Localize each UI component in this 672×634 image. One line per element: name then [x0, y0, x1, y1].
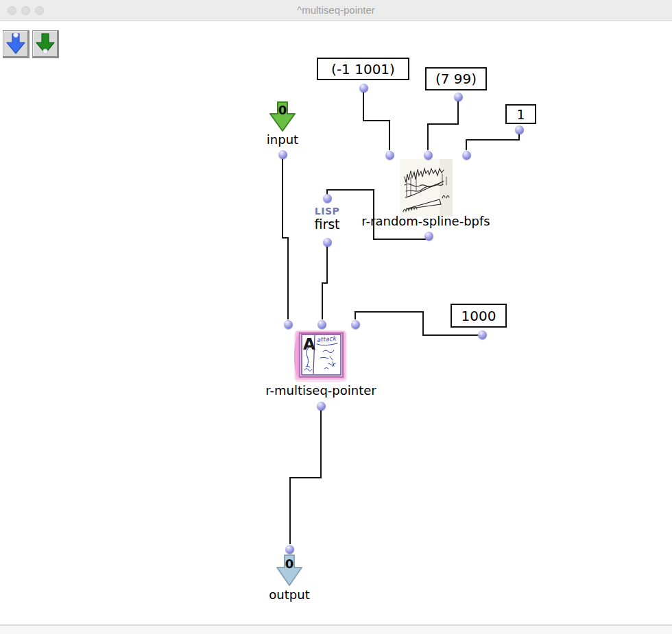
- multiseq-pointer-node-label[interactable]: r-multiseq-pointer: [252, 383, 389, 398]
- port-output-inlet[interactable]: [285, 545, 294, 554]
- random-spline-node-label[interactable]: r-random-spline-bpfs: [340, 214, 512, 228]
- random-spline-sketch-image[interactable]: [400, 159, 453, 217]
- port-spline-inlet-3[interactable]: [462, 151, 471, 160]
- port-spline-outlet[interactable]: [424, 232, 433, 241]
- port-multiseq-inlet-1[interactable]: [284, 320, 293, 329]
- input-badge: 0: [269, 103, 296, 117]
- sketch-letter-A: A: [303, 335, 315, 353]
- app-window: ^multiseq-pointer 0 input (-1 1001) (7 9…: [0, 0, 672, 634]
- patch-wires: [0, 0, 672, 634]
- input-node-label[interactable]: input: [248, 132, 317, 147]
- port-multiseq-inlet-3[interactable]: [351, 320, 360, 329]
- output-badge: 0: [276, 557, 302, 571]
- blue-down-arrow-icon: [5, 32, 26, 55]
- value-box-one[interactable]: 1: [505, 104, 536, 124]
- add-output-button[interactable]: [32, 30, 59, 58]
- port-first-outlet[interactable]: [323, 238, 332, 247]
- port-first-inlet[interactable]: [323, 194, 332, 203]
- wire-range-to-spline: [363, 92, 389, 150]
- value-box-pair[interactable]: (7 99): [425, 67, 487, 90]
- status-bar: [0, 624, 672, 634]
- port-1000-outlet[interactable]: [478, 330, 487, 339]
- port-range-outlet[interactable]: [359, 84, 368, 93]
- wire-one-to-spline: [466, 134, 519, 150]
- output-node-label[interactable]: output: [255, 587, 324, 602]
- port-input-outlet[interactable]: [278, 150, 287, 159]
- port-spline-inlet-1[interactable]: [385, 151, 394, 160]
- add-input-button[interactable]: [3, 30, 29, 58]
- wire-multiseq-to-output: [290, 410, 321, 544]
- value-box-range[interactable]: (-1 1001): [317, 58, 409, 80]
- window-title: ^multiseq-pointer: [0, 0, 672, 21]
- green-down-arrow-icon: [35, 32, 56, 55]
- wire-input-to-multiseq: [283, 158, 288, 319]
- value-box-1000[interactable]: 1000: [451, 304, 507, 328]
- wire-first-to-multiseq: [322, 246, 327, 319]
- port-spline-inlet-2[interactable]: [424, 151, 433, 160]
- port-pair-outlet[interactable]: [454, 93, 463, 101]
- wire-pair-to-spline: [428, 101, 458, 150]
- port-one-outlet[interactable]: [515, 125, 524, 134]
- port-multiseq-outlet[interactable]: [317, 402, 326, 411]
- port-multiseq-inlet-2[interactable]: [317, 320, 326, 329]
- title-bar[interactable]: ^multiseq-pointer: [0, 0, 672, 21]
- multiseq-pointer-sketch-image[interactable]: A attack: [294, 330, 347, 382]
